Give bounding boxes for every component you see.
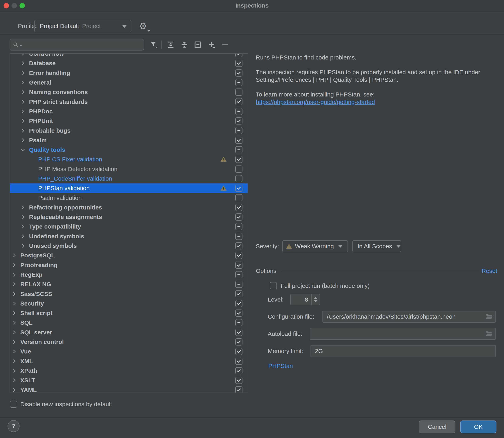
chevron-right-icon[interactable] bbox=[11, 262, 20, 268]
level-stepper[interactable] bbox=[311, 294, 320, 305]
inspection-checkbox[interactable] bbox=[235, 377, 242, 384]
search-input[interactable] bbox=[25, 41, 141, 48]
inspection-checkbox[interactable] bbox=[235, 309, 242, 317]
cancel-button[interactable]: Cancel bbox=[419, 420, 455, 433]
inspection-checkbox[interactable] bbox=[235, 98, 242, 105]
inspection-checkbox[interactable] bbox=[235, 127, 242, 134]
tree-row[interactable]: PHP CS Fixer validation bbox=[10, 154, 248, 164]
autoload-file-input[interactable] bbox=[310, 328, 496, 340]
disable-new-inspections-checkbox[interactable] bbox=[10, 401, 17, 408]
chevron-right-icon[interactable] bbox=[20, 233, 29, 239]
inspection-checkbox[interactable] bbox=[235, 386, 242, 393]
chevron-right-icon[interactable] bbox=[20, 243, 29, 249]
inspection-checkbox[interactable] bbox=[235, 175, 242, 182]
remove-button[interactable] bbox=[221, 40, 229, 49]
inspection-checkbox[interactable] bbox=[235, 185, 242, 192]
tree-row[interactable]: Undefined symbols bbox=[10, 231, 248, 241]
inspection-checkbox[interactable] bbox=[235, 194, 242, 201]
chevron-right-icon[interactable] bbox=[11, 387, 20, 393]
tree-row[interactable]: Unused symbols bbox=[10, 241, 248, 251]
severity-dropdown[interactable]: Weak Warning bbox=[282, 240, 348, 252]
chevron-right-icon[interactable] bbox=[11, 358, 20, 364]
configuration-file-input[interactable] bbox=[323, 311, 496, 323]
chevron-right-icon[interactable] bbox=[20, 109, 29, 114]
spinner-down-icon[interactable] bbox=[314, 300, 317, 302]
inspection-checkbox[interactable] bbox=[235, 233, 242, 240]
tree-row[interactable]: PHP strict standards bbox=[10, 97, 248, 106]
tree-row[interactable]: Control flow bbox=[10, 53, 248, 58]
tree-row[interactable]: SQL server bbox=[10, 328, 248, 337]
reset-link[interactable]: Reset bbox=[482, 266, 497, 275]
scope-dropdown[interactable]: In All Scopes bbox=[352, 240, 401, 252]
help-button[interactable]: ? bbox=[8, 420, 20, 432]
collapse-all-button[interactable] bbox=[180, 40, 189, 49]
tree-row[interactable]: Database bbox=[10, 58, 248, 68]
inspection-checkbox[interactable] bbox=[235, 137, 242, 144]
inspection-checkbox[interactable] bbox=[235, 252, 242, 259]
tree-row[interactable]: Sass/SCSS bbox=[10, 289, 248, 299]
chevron-right-icon[interactable] bbox=[20, 214, 29, 220]
inspection-checkbox[interactable] bbox=[235, 300, 242, 307]
tree-row[interactable]: Version control bbox=[10, 337, 248, 347]
level-spinner[interactable]: 8 bbox=[290, 294, 320, 305]
inspection-checkbox[interactable] bbox=[235, 348, 242, 355]
inspection-checkbox[interactable] bbox=[235, 165, 242, 173]
chevron-right-icon[interactable] bbox=[11, 329, 20, 335]
chevron-right-icon[interactable] bbox=[11, 252, 20, 258]
tree-row[interactable]: Security bbox=[10, 299, 248, 308]
chevron-down-icon[interactable] bbox=[20, 147, 29, 153]
inspection-checkbox[interactable] bbox=[235, 79, 242, 86]
tree-row[interactable]: Proofreading bbox=[10, 260, 248, 270]
tree-row[interactable]: XSLT bbox=[10, 375, 248, 385]
chevron-right-icon[interactable] bbox=[11, 320, 20, 326]
chevron-right-icon[interactable] bbox=[20, 205, 29, 210]
tree-row[interactable]: Type compatibility bbox=[10, 222, 248, 231]
tree-row[interactable]: XML bbox=[10, 356, 248, 366]
tree-row[interactable]: Psalm bbox=[10, 135, 248, 145]
tree-row[interactable]: PostgreSQL bbox=[10, 251, 248, 260]
expand-all-button[interactable] bbox=[166, 40, 175, 49]
tree-row[interactable]: Replaceable assignments bbox=[10, 212, 248, 222]
inspection-checkbox[interactable] bbox=[235, 60, 242, 67]
inspection-checkbox[interactable] bbox=[235, 338, 242, 346]
inspection-checkbox[interactable] bbox=[235, 146, 242, 153]
chevron-right-icon[interactable] bbox=[11, 349, 20, 354]
inspection-checkbox[interactable] bbox=[235, 290, 242, 297]
chevron-right-icon[interactable] bbox=[20, 60, 29, 66]
tree-row[interactable]: XPath bbox=[10, 366, 248, 375]
inspection-checkbox[interactable] bbox=[235, 358, 242, 365]
inspection-checkbox[interactable] bbox=[235, 213, 242, 221]
inspection-checkbox[interactable] bbox=[235, 156, 242, 163]
inspection-checkbox[interactable] bbox=[235, 329, 242, 336]
filter-button[interactable] bbox=[149, 40, 158, 49]
inspection-checkbox[interactable] bbox=[235, 108, 242, 115]
tree-row[interactable]: Error handling bbox=[10, 68, 248, 78]
tree-row[interactable]: PHPStan validation bbox=[10, 183, 248, 193]
tree-row[interactable]: Psalm validation bbox=[10, 193, 248, 202]
chevron-right-icon[interactable] bbox=[20, 118, 29, 124]
chevron-right-icon[interactable] bbox=[20, 224, 29, 230]
chevron-right-icon[interactable] bbox=[11, 310, 20, 316]
chevron-right-icon[interactable] bbox=[11, 368, 20, 374]
tree-row[interactable]: RELAX NG bbox=[10, 279, 248, 289]
inspection-checkbox[interactable] bbox=[235, 117, 242, 124]
tree-row[interactable]: General bbox=[10, 78, 248, 87]
chevron-right-icon[interactable] bbox=[11, 377, 20, 383]
inspection-checkbox[interactable] bbox=[235, 204, 242, 211]
phpstan-link[interactable]: PHPStan bbox=[268, 361, 293, 370]
chevron-right-icon[interactable] bbox=[20, 89, 29, 95]
tree-row[interactable]: PHP_CodeSniffer validation bbox=[10, 174, 248, 183]
profile-dropdown[interactable]: Project Default Project bbox=[34, 20, 131, 32]
inspection-checkbox[interactable] bbox=[235, 281, 242, 288]
search-field[interactable] bbox=[10, 39, 144, 51]
tree-row[interactable]: Naming conventions bbox=[10, 87, 248, 97]
tree-row[interactable]: Probable bugs bbox=[10, 126, 248, 135]
inspection-checkbox[interactable] bbox=[235, 223, 242, 230]
tree-row[interactable]: Quality tools bbox=[10, 145, 248, 154]
chevron-right-icon[interactable] bbox=[20, 53, 29, 57]
inspection-checkbox[interactable] bbox=[235, 242, 242, 250]
reset-inspection-button[interactable] bbox=[193, 40, 202, 49]
memory-limit-input[interactable] bbox=[311, 345, 496, 357]
chevron-right-icon[interactable] bbox=[20, 99, 29, 105]
tree-row[interactable]: Shell script bbox=[10, 308, 248, 318]
